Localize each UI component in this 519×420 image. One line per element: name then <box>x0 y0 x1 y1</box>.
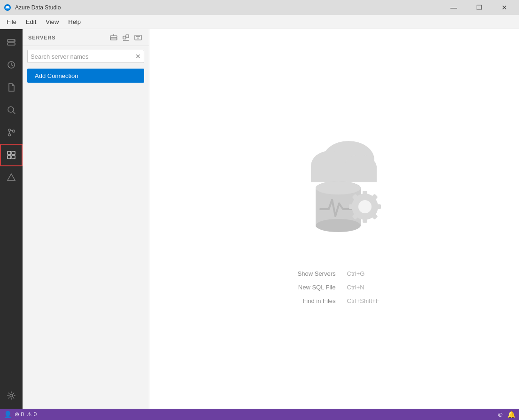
svg-point-2 <box>6 6 9 8</box>
new-connection-icon[interactable] <box>108 32 119 43</box>
svg-rect-40 <box>349 204 354 209</box>
svg-rect-25 <box>135 35 141 40</box>
sidebar-item-servers[interactable] <box>0 31 23 54</box>
statusbar-right: ☺ 🔔 <box>497 411 515 418</box>
app-title: Azure Data Studio <box>15 4 443 11</box>
activity-bar <box>0 29 23 409</box>
warning-count: ⚠ 0 <box>27 411 37 418</box>
svg-rect-22 <box>123 36 126 39</box>
sidebar-item-search[interactable] <box>0 99 23 121</box>
filter-icon[interactable] <box>133 32 143 43</box>
menu-edit[interactable]: Edit <box>21 16 41 27</box>
shortcuts-list: Show Servers Ctrl+G New SQL File Ctrl+N … <box>284 270 385 304</box>
shortcut-action-new-sql[interactable]: New SQL File <box>284 284 336 291</box>
sidebar-header: SERVERS <box>23 29 149 46</box>
menubar: File Edit View Help <box>0 15 519 29</box>
minimize-button[interactable]: — <box>443 0 465 15</box>
shortcut-action-find[interactable]: Find in Files <box>284 297 336 304</box>
shortcut-key-find: Ctrl+Shift+F <box>347 297 385 304</box>
search-bar: ✕ <box>27 50 144 63</box>
close-button[interactable]: ✕ <box>494 0 515 15</box>
svg-rect-38 <box>363 191 367 195</box>
sidebar-item-settings[interactable] <box>0 384 23 407</box>
activity-bottom <box>0 384 23 409</box>
search-input[interactable] <box>31 53 135 60</box>
shortcut-show-servers: Show Servers Ctrl+G <box>284 270 385 277</box>
svg-rect-39 <box>363 218 367 223</box>
sidebar-item-history[interactable] <box>0 54 23 76</box>
sidebar-header-icons <box>108 32 143 43</box>
svg-rect-20 <box>110 38 117 40</box>
add-connection-button[interactable]: Add Connection <box>27 69 144 83</box>
sidebar-item-extensions[interactable] <box>0 144 23 166</box>
shortcut-key-show-servers: Ctrl+G <box>347 270 385 277</box>
svg-rect-15 <box>8 156 11 159</box>
svg-point-34 <box>316 219 361 232</box>
svg-rect-13 <box>8 151 11 155</box>
svg-line-9 <box>13 112 15 114</box>
search-clear-icon[interactable]: ✕ <box>135 53 141 60</box>
window-controls: — ❐ ✕ <box>443 0 515 15</box>
svg-point-5 <box>14 40 15 41</box>
shortcut-new-sql-file: New SQL File Ctrl+N <box>284 284 385 291</box>
svg-rect-19 <box>110 36 117 38</box>
notification-icon[interactable]: 🔔 <box>507 411 515 418</box>
svg-rect-41 <box>376 204 381 209</box>
maximize-button[interactable]: ❐ <box>468 0 490 15</box>
user-icon[interactable]: 👤 <box>4 411 12 418</box>
svg-rect-14 <box>12 151 15 155</box>
statusbar-left: 👤 ⊗ 0 ⚠ 0 <box>4 411 37 418</box>
menu-file[interactable]: File <box>2 16 21 27</box>
svg-point-35 <box>316 181 361 194</box>
svg-point-10 <box>8 129 11 132</box>
shortcut-key-new-sql: Ctrl+N <box>347 284 385 291</box>
smiley-icon[interactable]: ☺ <box>497 411 504 418</box>
main-layout: SERVERS <box>0 29 519 409</box>
svg-point-18 <box>10 394 13 397</box>
sidebar: SERVERS <box>23 29 149 409</box>
titlebar: Azure Data Studio — ❐ ✕ <box>0 0 519 15</box>
welcome-illustration <box>269 134 400 256</box>
svg-rect-31 <box>311 166 377 182</box>
sidebar-item-git[interactable] <box>0 121 23 144</box>
svg-point-6 <box>14 44 15 45</box>
menu-help[interactable]: Help <box>63 16 85 27</box>
sidebar-item-azure[interactable] <box>0 166 23 189</box>
content-area: Show Servers Ctrl+G New SQL File Ctrl+N … <box>149 29 519 409</box>
svg-rect-16 <box>12 156 15 159</box>
sidebar-item-new-file[interactable] <box>0 76 23 99</box>
sidebar-title: SERVERS <box>28 35 108 40</box>
shortcut-action-show-servers[interactable]: Show Servers <box>284 270 336 277</box>
shortcut-find-in-files: Find in Files Ctrl+Shift+F <box>284 297 385 304</box>
toggle-icon[interactable] <box>121 32 131 43</box>
svg-point-11 <box>8 134 11 136</box>
svg-point-37 <box>358 200 372 213</box>
svg-marker-17 <box>8 174 15 180</box>
app-logo <box>4 4 11 11</box>
menu-view[interactable]: View <box>41 16 63 27</box>
svg-rect-23 <box>126 35 129 38</box>
statusbar: 👤 ⊗ 0 ⚠ 0 ☺ 🔔 <box>0 409 519 420</box>
error-count: ⊗ 0 <box>15 411 24 418</box>
center-illustration <box>269 134 400 256</box>
